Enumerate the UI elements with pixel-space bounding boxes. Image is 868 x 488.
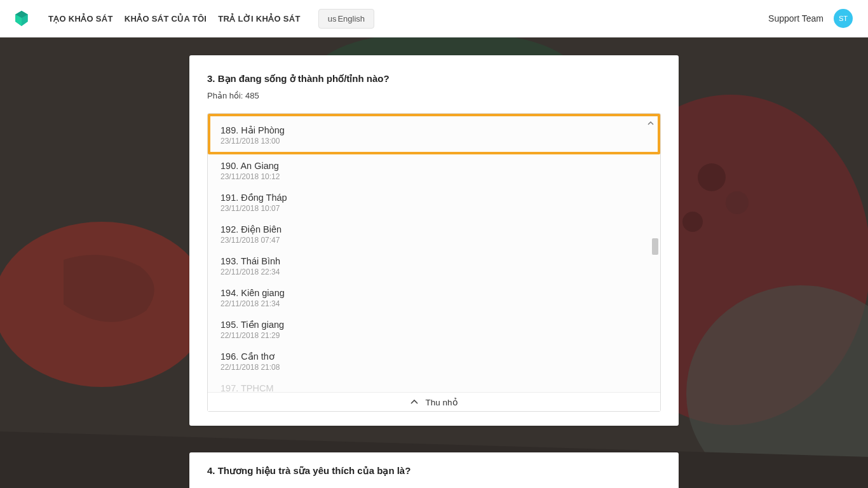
language-switch-button[interactable]: usEnglish	[318, 9, 374, 29]
app-header: TẠO KHẢO SÁT KHẢO SÁT CỦA TÔI TRẢ LỜI KH…	[0, 0, 868, 37]
question3-response-count: Phản hồi: 485	[207, 91, 661, 100]
main-content: 3. Bạn đang sống ở thành phố/tỉnh nào? P…	[0, 37, 868, 488]
response-item[interactable]: 193. Thái Bình 22/11/2018 22:34	[208, 250, 660, 281]
collapse-label: Thu nhỏ	[425, 397, 458, 407]
nav-my-surveys[interactable]: KHẢO SÁT CỦA TÔI	[125, 14, 207, 24]
question3-card: 3. Bạn đang sống ở thành phố/tỉnh nào? P…	[189, 55, 679, 426]
response-item[interactable]: 192. Điện Biên 23/11/2018 07:47	[208, 218, 660, 250]
language-label: English	[337, 14, 365, 24]
collapse-button[interactable]: Thu nhỏ	[208, 392, 660, 411]
response-date: 23/11/2018 10:12	[220, 172, 648, 181]
response-item[interactable]: 191. Đồng Tháp 23/11/2018 10:07	[208, 186, 660, 218]
logo[interactable]	[13, 10, 31, 27]
response-text: 195. Tiền giang	[220, 320, 648, 330]
response-date: 23/11/2018 10:07	[220, 204, 648, 213]
question4-card: 4. Thương hiệu trà sữa yêu thích của bạn…	[189, 452, 679, 488]
response-date: 23/11/2018 07:47	[220, 236, 648, 245]
response-text: 194. Kiên giang	[220, 288, 648, 298]
response-item[interactable]: 190. An Giang 23/11/2018 10:12	[208, 154, 660, 186]
question4-title: 4. Thương hiệu trà sữa yêu thích của bạn…	[207, 465, 661, 477]
response-text: 192. Điện Biên	[220, 224, 648, 234]
nav-links: TẠO KHẢO SÁT KHẢO SÁT CỦA TÔI TRẢ LỜI KH…	[48, 9, 374, 29]
response-date: 22/11/2018 22:34	[220, 268, 648, 276]
scrollbar-thumb[interactable]	[652, 238, 658, 255]
header-right: Support Team ST	[768, 9, 853, 28]
response-text: 193. Thái Bình	[220, 256, 648, 266]
response-item[interactable]: 189. Hải Phòng 23/11/2018 13:00	[208, 114, 660, 154]
response-text: 196. Cần thơ	[220, 351, 648, 362]
response-text: 190. An Giang	[220, 161, 648, 171]
response-list-panel: 189. Hải Phòng 23/11/2018 13:00 190. An …	[207, 113, 661, 412]
response-item[interactable]: 195. Tiền giang 22/11/2018 21:29	[208, 313, 660, 345]
avatar[interactable]: ST	[834, 9, 853, 28]
response-item[interactable]: 197. TPHCM	[208, 377, 660, 393]
response-date: 22/11/2018 21:08	[220, 363, 648, 372]
chevron-up-icon	[410, 398, 419, 407]
response-item[interactable]: 196. Cần thơ 22/11/2018 21:08	[208, 345, 660, 377]
support-team-label[interactable]: Support Team	[768, 13, 824, 24]
response-list-scroll[interactable]: 189. Hải Phòng 23/11/2018 13:00 190. An …	[208, 114, 660, 393]
response-item[interactable]: 194. Kiên giang 22/11/2018 21:34	[208, 281, 660, 313]
response-text: 189. Hải Phòng	[220, 125, 648, 135]
question3-title: 3. Bạn đang sống ở thành phố/tỉnh nào?	[207, 73, 661, 85]
scrollbar-track[interactable]	[652, 125, 658, 392]
nav-answer-survey[interactable]: TRẢ LỜI KHẢO SÁT	[218, 14, 300, 24]
nav-create-survey[interactable]: TẠO KHẢO SÁT	[48, 14, 113, 24]
response-date: 22/11/2018 21:29	[220, 331, 648, 340]
language-prefix: us	[328, 14, 337, 24]
response-date: 22/11/2018 21:34	[220, 299, 648, 308]
response-date: 23/11/2018 13:00	[220, 137, 648, 146]
response-text: 191. Đồng Tháp	[220, 193, 648, 203]
